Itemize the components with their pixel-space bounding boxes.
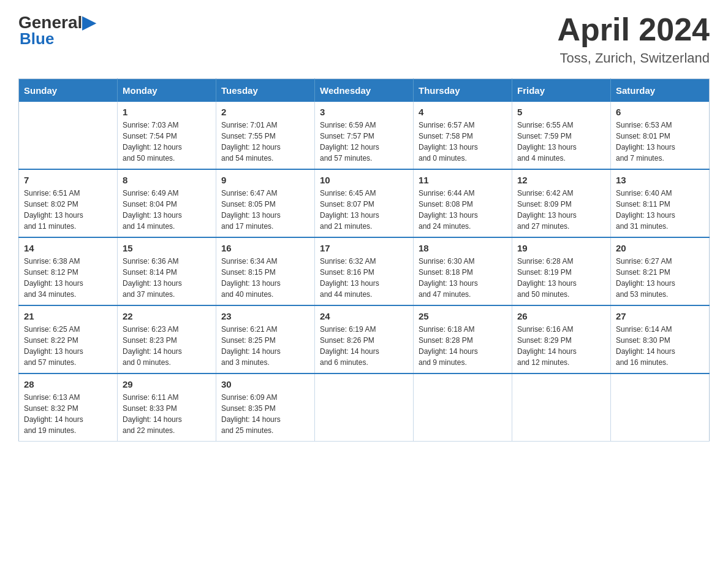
day-number: 15 [123, 243, 211, 253]
day-number: 4 [419, 107, 507, 117]
calendar-day-cell: 14Sunrise: 6:38 AM Sunset: 8:12 PM Dayli… [19, 237, 118, 305]
day-info: Sunrise: 6:27 AM Sunset: 8:21 PM Dayligh… [616, 256, 704, 300]
day-of-week-header: Thursday [414, 79, 512, 102]
calendar-day-cell: 16Sunrise: 6:34 AM Sunset: 8:15 PM Dayli… [216, 237, 315, 305]
calendar-day-cell: 21Sunrise: 6:25 AM Sunset: 8:22 PM Dayli… [19, 305, 118, 373]
calendar-day-cell: 17Sunrise: 6:32 AM Sunset: 8:16 PM Dayli… [315, 237, 414, 305]
page-header: General▶ Blue April 2024 Toss, Zurich, S… [18, 12, 710, 66]
calendar-day-cell [414, 373, 512, 442]
location-title: Toss, Zurich, Switzerland [557, 50, 710, 66]
day-number: 5 [517, 107, 605, 117]
logo-blue-text: ▶ [82, 12, 96, 33]
calendar-week-row: 21Sunrise: 6:25 AM Sunset: 8:22 PM Dayli… [19, 305, 710, 373]
day-number: 13 [616, 175, 704, 185]
day-number: 11 [419, 175, 507, 185]
day-info: Sunrise: 6:55 AM Sunset: 7:59 PM Dayligh… [517, 120, 605, 164]
calendar-day-cell: 11Sunrise: 6:44 AM Sunset: 8:08 PM Dayli… [414, 169, 512, 237]
day-info: Sunrise: 7:01 AM Sunset: 7:55 PM Dayligh… [221, 120, 309, 164]
calendar-table: SundayMondayTuesdayWednesdayThursdayFrid… [18, 79, 710, 442]
day-info: Sunrise: 6:59 AM Sunset: 7:57 PM Dayligh… [320, 120, 408, 164]
day-info: Sunrise: 6:40 AM Sunset: 8:11 PM Dayligh… [616, 188, 704, 232]
day-of-week-header: Monday [118, 79, 216, 102]
day-of-week-header: Sunday [19, 79, 118, 102]
day-number: 2 [221, 107, 309, 117]
day-number: 29 [123, 379, 211, 389]
calendar-week-row: 14Sunrise: 6:38 AM Sunset: 8:12 PM Dayli… [19, 237, 710, 305]
day-number: 22 [123, 311, 211, 321]
day-info: Sunrise: 6:14 AM Sunset: 8:30 PM Dayligh… [616, 324, 704, 368]
calendar-day-cell: 6Sunrise: 6:53 AM Sunset: 8:01 PM Daylig… [611, 102, 710, 169]
calendar-day-cell: 27Sunrise: 6:14 AM Sunset: 8:30 PM Dayli… [611, 305, 710, 373]
day-info: Sunrise: 6:36 AM Sunset: 8:14 PM Dayligh… [123, 256, 211, 300]
calendar-day-cell: 22Sunrise: 6:23 AM Sunset: 8:23 PM Dayli… [118, 305, 216, 373]
day-info: Sunrise: 6:45 AM Sunset: 8:07 PM Dayligh… [320, 188, 408, 232]
day-info: Sunrise: 6:30 AM Sunset: 8:18 PM Dayligh… [419, 256, 507, 300]
days-of-week-row: SundayMondayTuesdayWednesdayThursdayFrid… [19, 79, 710, 102]
calendar-day-cell: 30Sunrise: 6:09 AM Sunset: 8:35 PM Dayli… [216, 373, 315, 442]
day-number: 1 [123, 107, 211, 117]
day-info: Sunrise: 6:18 AM Sunset: 8:28 PM Dayligh… [419, 324, 507, 368]
day-info: Sunrise: 6:38 AM Sunset: 8:12 PM Dayligh… [24, 256, 112, 300]
calendar-day-cell: 13Sunrise: 6:40 AM Sunset: 8:11 PM Dayli… [611, 169, 710, 237]
day-number: 7 [24, 175, 112, 185]
day-number: 18 [419, 243, 507, 253]
day-of-week-header: Friday [512, 79, 611, 102]
day-number: 24 [320, 311, 408, 321]
day-info: Sunrise: 6:23 AM Sunset: 8:23 PM Dayligh… [123, 324, 211, 368]
day-info: Sunrise: 6:53 AM Sunset: 8:01 PM Dayligh… [616, 120, 704, 164]
month-year-title: April 2024 [557, 12, 710, 47]
day-info: Sunrise: 6:19 AM Sunset: 8:26 PM Dayligh… [320, 324, 408, 368]
day-info: Sunrise: 6:21 AM Sunset: 8:25 PM Dayligh… [221, 324, 309, 368]
logo: General▶ Blue [18, 12, 96, 48]
calendar-day-cell: 28Sunrise: 6:13 AM Sunset: 8:32 PM Dayli… [19, 373, 118, 442]
calendar-day-cell [512, 373, 611, 442]
calendar-day-cell: 23Sunrise: 6:21 AM Sunset: 8:25 PM Dayli… [216, 305, 315, 373]
calendar-day-cell: 7Sunrise: 6:51 AM Sunset: 8:02 PM Daylig… [19, 169, 118, 237]
day-info: Sunrise: 6:25 AM Sunset: 8:22 PM Dayligh… [24, 324, 112, 368]
calendar-day-cell: 29Sunrise: 6:11 AM Sunset: 8:33 PM Dayli… [118, 373, 216, 442]
calendar-day-cell [611, 373, 710, 442]
day-number: 6 [616, 107, 704, 117]
calendar-day-cell: 18Sunrise: 6:30 AM Sunset: 8:18 PM Dayli… [414, 237, 512, 305]
calendar-day-cell: 3Sunrise: 6:59 AM Sunset: 7:57 PM Daylig… [315, 102, 414, 169]
day-info: Sunrise: 6:57 AM Sunset: 7:58 PM Dayligh… [419, 120, 507, 164]
calendar-day-cell [315, 373, 414, 442]
day-number: 16 [221, 243, 309, 253]
calendar-day-cell: 25Sunrise: 6:18 AM Sunset: 8:28 PM Dayli… [414, 305, 512, 373]
day-info: Sunrise: 6:47 AM Sunset: 8:05 PM Dayligh… [221, 188, 309, 232]
calendar-day-cell: 24Sunrise: 6:19 AM Sunset: 8:26 PM Dayli… [315, 305, 414, 373]
day-number: 3 [320, 107, 408, 117]
day-number: 25 [419, 311, 507, 321]
calendar-body: 1Sunrise: 7:03 AM Sunset: 7:54 PM Daylig… [19, 102, 710, 442]
title-block: April 2024 Toss, Zurich, Switzerland [557, 12, 710, 66]
calendar-day-cell: 19Sunrise: 6:28 AM Sunset: 8:19 PM Dayli… [512, 237, 611, 305]
calendar-day-cell: 12Sunrise: 6:42 AM Sunset: 8:09 PM Dayli… [512, 169, 611, 237]
day-info: Sunrise: 6:49 AM Sunset: 8:04 PM Dayligh… [123, 188, 211, 232]
day-info: Sunrise: 6:42 AM Sunset: 8:09 PM Dayligh… [517, 188, 605, 232]
logo-subtitle: Blue [20, 29, 54, 48]
calendar-day-cell: 5Sunrise: 6:55 AM Sunset: 7:59 PM Daylig… [512, 102, 611, 169]
calendar-day-cell: 26Sunrise: 6:16 AM Sunset: 8:29 PM Dayli… [512, 305, 611, 373]
calendar-header: SundayMondayTuesdayWednesdayThursdayFrid… [19, 79, 710, 102]
calendar-day-cell: 4Sunrise: 6:57 AM Sunset: 7:58 PM Daylig… [414, 102, 512, 169]
calendar-day-cell: 1Sunrise: 7:03 AM Sunset: 7:54 PM Daylig… [118, 102, 216, 169]
day-info: Sunrise: 6:09 AM Sunset: 8:35 PM Dayligh… [221, 392, 309, 436]
day-info: Sunrise: 6:51 AM Sunset: 8:02 PM Dayligh… [24, 188, 112, 232]
day-number: 17 [320, 243, 408, 253]
day-of-week-header: Tuesday [216, 79, 315, 102]
day-of-week-header: Wednesday [315, 79, 414, 102]
day-info: Sunrise: 6:32 AM Sunset: 8:16 PM Dayligh… [320, 256, 408, 300]
calendar-day-cell: 20Sunrise: 6:27 AM Sunset: 8:21 PM Dayli… [611, 237, 710, 305]
day-number: 14 [24, 243, 112, 253]
day-info: Sunrise: 7:03 AM Sunset: 7:54 PM Dayligh… [123, 120, 211, 164]
day-number: 27 [616, 311, 704, 321]
day-info: Sunrise: 6:34 AM Sunset: 8:15 PM Dayligh… [221, 256, 309, 300]
day-info: Sunrise: 6:11 AM Sunset: 8:33 PM Dayligh… [123, 392, 211, 436]
day-number: 23 [221, 311, 309, 321]
day-number: 12 [517, 175, 605, 185]
calendar-day-cell: 9Sunrise: 6:47 AM Sunset: 8:05 PM Daylig… [216, 169, 315, 237]
day-number: 20 [616, 243, 704, 253]
day-number: 26 [517, 311, 605, 321]
day-number: 10 [320, 175, 408, 185]
calendar-day-cell: 15Sunrise: 6:36 AM Sunset: 8:14 PM Dayli… [118, 237, 216, 305]
